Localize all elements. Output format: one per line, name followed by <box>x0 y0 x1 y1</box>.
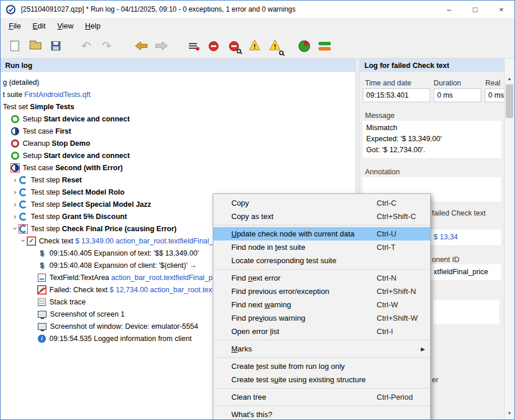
expander-icon[interactable]: › <box>11 176 19 184</box>
menubar-item-help[interactable]: Help <box>79 19 106 33</box>
tree-row[interactable]: Setup Start device and connect <box>1 149 355 161</box>
teststep-icon <box>19 213 27 221</box>
menu-item-copy-as-text[interactable]: Copy as textCtrl+Shift-C <box>213 210 430 223</box>
time-and-date-field[interactable]: 09:15:53.401 <box>363 88 430 102</box>
menu-item-label: Find previous error/exception <box>231 287 377 296</box>
menu-shortcut: Ctrl-N <box>377 274 396 282</box>
tree-row-text: Test case <box>23 164 55 172</box>
tree-row[interactable]: Cleanup Stop Demo <box>1 137 355 149</box>
forward-icon <box>155 41 168 51</box>
real-field[interactable]: 0 ms <box>485 88 505 102</box>
undo-button[interactable]: ↶ <box>77 37 96 55</box>
pie-icon <box>298 40 310 52</box>
scroll-up-button[interactable]: ▲ <box>505 74 514 83</box>
expander-icon[interactable]: › <box>11 200 19 208</box>
window-title: [251104091027.qzp] * Run log - 04/11/202… <box>21 5 296 13</box>
menu-item-find-previous-warning[interactable]: Find previous warningCtrl+Shift-W <box>213 311 430 325</box>
menu-item-what-s-this[interactable]: What's this? <box>213 408 430 420</box>
expander-icon[interactable]: › <box>11 188 19 196</box>
tree-row[interactable]: t suite FirstAndroidTests.qft <box>1 88 355 100</box>
find-warning-button[interactable]: ! <box>245 37 264 55</box>
bars-icon <box>319 40 331 52</box>
tree-row-text: Test step <box>31 213 62 221</box>
find-error-button[interactable] <box>204 37 223 55</box>
menu-item-find-previous-error-exception[interactable]: Find previous error/exceptionCtrl+Shift-… <box>213 285 430 298</box>
tree-row-text: First <box>55 127 71 135</box>
tree-row-text: g (detailed) <box>3 78 40 87</box>
menu-separator <box>214 357 429 358</box>
error-marker <box>11 164 19 172</box>
tree-row-text: 09:15:54.535 Logged information from cli… <box>49 335 192 343</box>
scroll-down-button[interactable]: ▼ <box>505 408 514 418</box>
menu-item-open-error-list[interactable]: Open error listCtrl-I <box>213 325 430 338</box>
menu-item-label: Find next error <box>231 274 377 282</box>
duration-field[interactable]: 0 ms <box>434 88 481 102</box>
menu-shortcut: Ctrl+Shift-N <box>377 287 416 296</box>
menu-item-label: Marks <box>231 344 377 353</box>
menu-item-find-next-error[interactable]: Find next errorCtrl-N <box>213 271 430 285</box>
tree-row[interactable]: Test case Second (with Error) <box>1 161 355 174</box>
maximize-button[interactable]: □ <box>462 1 488 18</box>
testcase-icon <box>11 127 19 135</box>
expander-icon[interactable]: › <box>12 225 19 233</box>
search-error-button[interactable] <box>224 37 244 55</box>
tree-row-text: $ 13,349.00 <box>76 237 114 245</box>
forward-button[interactable] <box>152 37 171 55</box>
detail-bars-button[interactable] <box>315 37 334 55</box>
menu-item-find-node-in-test-suite[interactable]: Find node in test suiteCtrl-T <box>213 240 430 254</box>
tree-row-text: Test step <box>31 200 62 209</box>
empty-field-fragment[interactable] <box>433 300 499 324</box>
scroll-thumb[interactable] <box>506 84 513 118</box>
teststep-icon <box>19 200 27 209</box>
tree-row[interactable]: Test case First <box>1 125 355 137</box>
redo-button[interactable]: ↷ <box>97 37 116 55</box>
vertical-scrollbar[interactable]: ▲ ▼ <box>504 59 514 419</box>
real-label: Real <box>485 79 500 87</box>
stack-icon <box>38 298 46 306</box>
tree-row-text: Check Final Price (causing Error) <box>62 225 177 233</box>
detail-header: Log for failed Check text <box>360 59 505 72</box>
menu-bar: FileEditViewHelp <box>1 18 514 34</box>
back-button[interactable] <box>131 37 151 55</box>
menu-separator <box>214 388 429 389</box>
time-and-date-label: Time and date <box>365 79 411 87</box>
menu-item-update-check-node-with-current-data[interactable]: Update check node with current dataCtrl-… <box>213 227 430 240</box>
tree-row-text: Cleanup <box>23 139 52 148</box>
search-warning-button[interactable]: ! <box>265 37 284 55</box>
menu-item-find-next-warning[interactable]: Find next warningCtrl-W <box>213 298 430 311</box>
menubar-item-file[interactable]: File <box>3 19 27 33</box>
menu-item-create-test-suite-from-run-log-only[interactable]: Create test suite from run log only <box>213 360 430 373</box>
open-button[interactable] <box>26 37 45 55</box>
back-icon <box>135 41 148 51</box>
testcase-icon <box>11 164 19 172</box>
menu-item-copy[interactable]: CopyCtrl-C <box>213 196 430 210</box>
menu-item-marks[interactable]: Marks▶ <box>213 342 430 356</box>
menu-item-clean-tree[interactable]: Clean treeCtrl-Period <box>213 390 430 404</box>
expander-icon[interactable]: › <box>20 237 27 245</box>
check-value-text-fragment: $ 13,34 <box>434 233 458 241</box>
detail-level-button[interactable] <box>184 37 203 55</box>
save-button[interactable] <box>46 37 65 55</box>
annotation-label: Annotation <box>365 168 400 176</box>
menu-item-locate-corresponding-test-suite[interactable]: Locate corresponding test suite <box>213 254 430 267</box>
tree-row[interactable]: Test set Simple Tests <box>1 100 355 113</box>
tree-row-text: Select Model Rolo <box>62 188 125 196</box>
dollar-icon: $ <box>38 261 46 270</box>
minimize-button[interactable]: – <box>436 1 462 18</box>
tree-row-text: Failed: Check text <box>49 286 110 294</box>
tree-row-text: Screenshot of screen 1 <box>50 310 125 318</box>
result-pie-button[interactable] <box>295 37 314 55</box>
new-button[interactable] <box>5 37 24 55</box>
tree-row-text: $ 12,734.00 <box>110 286 148 294</box>
setup-icon <box>11 115 19 123</box>
tree-row[interactable]: Setup Start device and connect <box>1 113 355 125</box>
menu-separator <box>214 269 429 270</box>
menu-item-create-test-suite-using-existing-structure[interactable]: Create test suite using existing structu… <box>213 373 430 386</box>
close-button[interactable]: × <box>488 1 514 18</box>
tree-row[interactable]: ›Test step Reset <box>1 174 355 186</box>
menubar-item-edit[interactable]: Edit <box>27 19 51 33</box>
menubar-item-view[interactable]: View <box>51 19 79 33</box>
tree-row-text: t suite <box>3 91 24 99</box>
tree-row[interactable]: g (detailed) <box>1 76 355 88</box>
expander-icon[interactable]: › <box>11 213 19 220</box>
